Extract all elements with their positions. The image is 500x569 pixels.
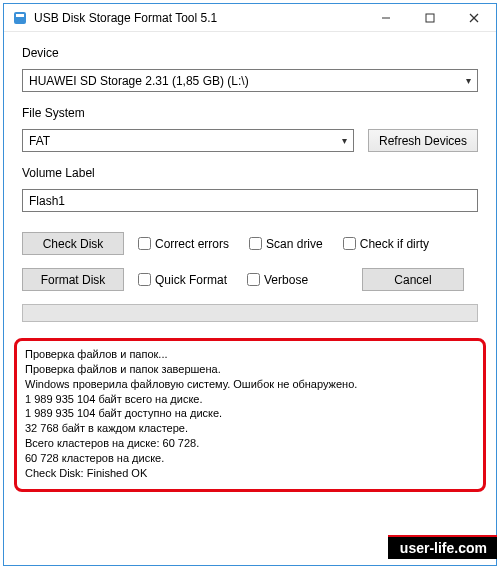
device-label: Device: [22, 46, 478, 60]
filesystem-selected-value: FAT: [29, 134, 50, 148]
maximize-button[interactable]: [408, 4, 452, 32]
chevron-down-icon: ▾: [342, 135, 347, 146]
content-area: Device HUAWEI SD Storage 2.31 (1,85 GB) …: [4, 32, 496, 338]
correct-errors-checkbox[interactable]: Correct errors: [138, 237, 229, 251]
volume-label-input[interactable]: [22, 189, 478, 212]
svg-rect-3: [426, 14, 434, 22]
svg-rect-0: [14, 12, 26, 24]
cancel-button[interactable]: Cancel: [362, 268, 464, 291]
app-icon: [12, 10, 28, 26]
progress-bar: [22, 304, 478, 322]
chevron-down-icon: ▾: [466, 75, 471, 86]
check-if-dirty-checkbox[interactable]: Check if dirty: [343, 237, 429, 251]
filesystem-label: File System: [22, 106, 478, 120]
window-title: USB Disk Storage Format Tool 5.1: [34, 11, 364, 25]
svg-rect-1: [16, 14, 24, 17]
device-select[interactable]: HUAWEI SD Storage 2.31 (1,85 GB) (L:\) ▾: [22, 69, 478, 92]
minimize-button[interactable]: [364, 4, 408, 32]
volume-label-label: Volume Label: [22, 166, 478, 180]
close-icon: [469, 13, 479, 23]
close-button[interactable]: [452, 4, 496, 32]
minimize-icon: [381, 13, 391, 23]
refresh-devices-button[interactable]: Refresh Devices: [368, 129, 478, 152]
format-disk-button[interactable]: Format Disk: [22, 268, 124, 291]
log-output: Проверка файлов и папок... Проверка файл…: [14, 338, 486, 492]
app-window: USB Disk Storage Format Tool 5.1 Device …: [3, 3, 497, 566]
scan-drive-checkbox[interactable]: Scan drive: [249, 237, 323, 251]
quick-format-checkbox[interactable]: Quick Format: [138, 273, 227, 287]
check-disk-button[interactable]: Check Disk: [22, 232, 124, 255]
verbose-checkbox[interactable]: Verbose: [247, 273, 308, 287]
filesystem-select[interactable]: FAT ▾: [22, 129, 354, 152]
title-bar: USB Disk Storage Format Tool 5.1: [4, 4, 496, 32]
device-selected-value: HUAWEI SD Storage 2.31 (1,85 GB) (L:\): [29, 74, 249, 88]
watermark: user-life.com: [388, 535, 497, 559]
maximize-icon: [425, 13, 435, 23]
